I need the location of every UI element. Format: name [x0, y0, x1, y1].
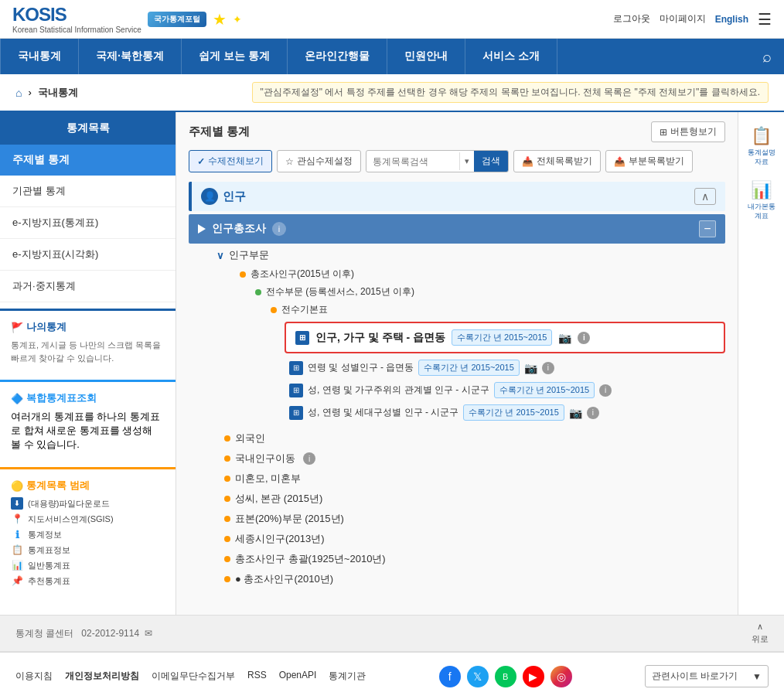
filter-bar: ✓ 수제전체보기 ☆ 관심수제설정 ▾ 검색 📥 전체목록받기 📤 부분목록받기 — [189, 150, 725, 172]
main-section-title: 주제별 통계 — [189, 124, 250, 139]
tree-item-surname[interactable]: 성씨, 본관 (2015년) — [220, 489, 725, 509]
camera-icon[interactable]: 📷 — [558, 332, 571, 344]
bullet-green-icon — [255, 289, 261, 295]
main-nav: 국내통계 국제·북한통계 쉽게 보는 통계 온라인간행물 민원안내 서비스 소개… — [0, 39, 784, 74]
twitter-icon[interactable]: 𝕏 — [467, 666, 489, 687]
hamburger-icon[interactable]: ☰ — [758, 10, 772, 29]
home-icon: ⌂ — [15, 87, 22, 99]
logo-badge: 국가통계포털 — [148, 12, 206, 27]
nav-service[interactable]: 서비스 소개 — [465, 39, 557, 74]
legend-item-info: ℹ 통계정보 — [11, 528, 165, 541]
youtube-icon[interactable]: ▶ — [523, 666, 544, 687]
tree-level1-label: 인구부문 — [229, 248, 269, 262]
legend-item-download: ⬇ (대용량)파일다운로드 — [11, 497, 165, 510]
breadcrumb-notice: "관심주제설정" 에서 특정 주제를 선택한 경우 해당 주제의 목록만 보여집… — [252, 82, 769, 103]
main-toolbar: 주제별 통계 ⊞ 버튼형보기 — [189, 121, 725, 142]
table-row-age-gender[interactable]: ⊞ 연령 및 성별인구 - 읍면동 수록기간 년 2015~2015 📷 i — [266, 356, 725, 379]
tree-item-sejong[interactable]: 세종시인구(2013년) — [220, 529, 725, 549]
footer-link-privacy[interactable]: 개인정보처리방침 — [65, 670, 139, 683]
table-icon-3: ⊞ — [289, 384, 303, 397]
chevron-down-icon: ▼ — [752, 671, 762, 682]
sidebar-item-local-table[interactable]: e-지방지표(통계표) — [0, 207, 176, 239]
sidebar-item-local-visual[interactable]: e-지방지표(시각화) — [0, 239, 176, 271]
btn-show-all-subjects[interactable]: ✓ 수제전체보기 — [189, 150, 272, 172]
bullet-orange-7 — [224, 516, 230, 522]
legend-download-icon: ⬇ — [11, 497, 23, 510]
stats-data-button[interactable]: 📋 통계설명자료 — [741, 121, 782, 171]
tree-item-full-section[interactable]: 전수부문 (등록센서스, 2015년 이후) — [251, 283, 725, 301]
logo-kosis: KOSIS Korean Statistical Information Ser… — [12, 4, 141, 34]
info-circle-dom[interactable]: i — [303, 452, 315, 465]
sidebar-my-stats-title: 🚩 나의통계 — [11, 320, 165, 334]
nav-international[interactable]: 국제·북한통계 — [79, 39, 182, 74]
footer-link-openapi[interactable]: OpenAPI — [279, 670, 317, 683]
breadcrumb-text: 국내통계 — [38, 86, 78, 100]
arrow-up-icon: ∧ — [757, 622, 763, 632]
star-filter-icon: ☆ — [285, 156, 294, 167]
grid-view-button[interactable]: ⊞ 버튼형보기 — [651, 121, 725, 142]
btn-full-list[interactable]: 📥 전체목록받기 — [513, 150, 601, 172]
my-viewed-icon: 📊 — [751, 180, 772, 200]
facebook-icon[interactable]: f — [439, 666, 461, 687]
btn-partial-list[interactable]: 📤 부분목록받기 — [605, 150, 693, 172]
footer-link-org[interactable]: 통계기관 — [329, 670, 366, 683]
tree-item-basic-table[interactable]: 전수기본표 — [266, 301, 725, 319]
nav-easy[interactable]: 쉽게 보는 통계 — [182, 39, 288, 74]
info-circle-2[interactable]: i — [542, 362, 554, 374]
person-icon: 👤 — [201, 188, 218, 205]
table-row-gender-age-generation[interactable]: ⊞ 성, 연령 및 세대구성별 인구 - 시군구 수록기간 년 2015~201… — [266, 401, 725, 424]
sidebar-item-past-stats[interactable]: 과거·중지통계 — [0, 271, 176, 302]
english-link[interactable]: English — [715, 14, 748, 25]
nav-search-button[interactable]: ⌕ — [750, 39, 784, 74]
tree-item-census-2010[interactable]: ● 총조사인구(2010년) — [220, 569, 725, 589]
tree-item-unmarried-parents[interactable]: 미혼모, 미혼부 — [220, 469, 725, 489]
search-button[interactable]: 검색 — [474, 151, 508, 172]
combined-flag-icon: 🔷 — [11, 393, 23, 404]
logo-star2: ✦ — [233, 13, 242, 26]
info-circle-3[interactable]: i — [599, 384, 612, 397]
table-icon-4: ⊞ — [289, 406, 303, 420]
date-badge-4: 수록기간 년 2015~2015 — [463, 404, 564, 421]
survey-info-badge[interactable]: i — [272, 222, 286, 236]
main-content: 주제별 통계 ⊞ 버튼형보기 ✓ 수제전체보기 ☆ 관심수제설정 ▾ 검색 📥 — [176, 112, 738, 615]
sidebar-combined-stats-section: 🔷 복합통계표조회 여러개의 통계표를 하나의 통계표로 합쳐 새로운 통계표를… — [0, 380, 176, 461]
mypage-link[interactable]: 마이페이지 — [660, 12, 706, 26]
table-row-gender-age-household[interactable]: ⊞ 성, 연령 및 가구주위의 관계별 인구 - 시군구 수록기간 년 2015… — [266, 379, 725, 401]
scroll-top-button[interactable]: ∧ 위로 — [752, 622, 769, 645]
footer-link-rss[interactable]: RSS — [247, 670, 267, 683]
btn-set-interest-subject[interactable]: ☆ 관심수제설정 — [277, 150, 361, 172]
logout-link[interactable]: 로그아웃 — [613, 12, 650, 26]
bullet-orange-3 — [224, 435, 230, 442]
camera-icon-2[interactable]: 📷 — [524, 362, 537, 374]
sidebar-item-agency-stats[interactable]: 기관별 통계 — [0, 176, 176, 207]
info-circle-4[interactable]: i — [587, 407, 599, 419]
category-collapse-button[interactable]: ∧ — [694, 188, 716, 205]
my-viewed-stats-button[interactable]: 📊 내가본통계표 — [741, 176, 782, 225]
related-site-select[interactable]: 관련사이트 바로가기 ▼ — [645, 665, 769, 687]
footer-link-email[interactable]: 이메일무단수집거부 — [152, 670, 235, 683]
sidebar-item-subject-stats[interactable]: 주제별 통계 — [0, 145, 176, 176]
tree-item-foreigner[interactable]: 외국인 — [220, 428, 725, 449]
tree-item-sample[interactable]: 표본(20%)부문 (2015년) — [220, 509, 725, 529]
info-circle-icon[interactable]: i — [578, 332, 590, 344]
footer-link-usage[interactable]: 이용지침 — [15, 670, 53, 683]
tree-item-domestic-movement[interactable]: 국내인구이동 i — [220, 449, 725, 469]
survey-item-census[interactable]: 인구총조사 i − — [189, 214, 725, 244]
instagram-icon[interactable]: ◎ — [551, 666, 572, 687]
nav-domestic[interactable]: 국내통계 — [0, 39, 79, 74]
tree-item-historical-census[interactable]: 총조사인구 총괄(1925년~2010년) — [220, 549, 725, 569]
search-dropdown[interactable]: ▾ — [459, 152, 474, 170]
expand-triangle-icon — [198, 224, 206, 234]
nav-civil[interactable]: 민원안내 — [387, 39, 465, 74]
sidebar-header: 통계목록 — [0, 112, 176, 145]
camera-icon-4[interactable]: 📷 — [569, 407, 582, 419]
download-full-icon: 📥 — [522, 156, 533, 167]
nav-publication[interactable]: 온라인간행물 — [288, 39, 387, 74]
tree-item-census-pop[interactable]: 총조사인구(2015년 이후) — [235, 265, 725, 283]
tree-population-section: ∨ 인구부문 총조사인구(2015년 이후) 전수부문 (등록센서스, 2015… — [204, 248, 725, 424]
stats-search-input[interactable] — [366, 152, 459, 171]
survey-collapse-button[interactable]: − — [699, 220, 716, 237]
blog-icon[interactable]: B — [495, 666, 516, 687]
sidebar-my-stats-section: 🚩 나의통계 통계표, 게시글 등 나만의 스크랩 목록을 빠르게 찾아갈 수 … — [0, 309, 176, 373]
highlighted-table-row[interactable]: ⊞ 인구, 가구 및 주택 - 읍면동 수록기간 년 2015~2015 📷 i — [285, 322, 725, 353]
